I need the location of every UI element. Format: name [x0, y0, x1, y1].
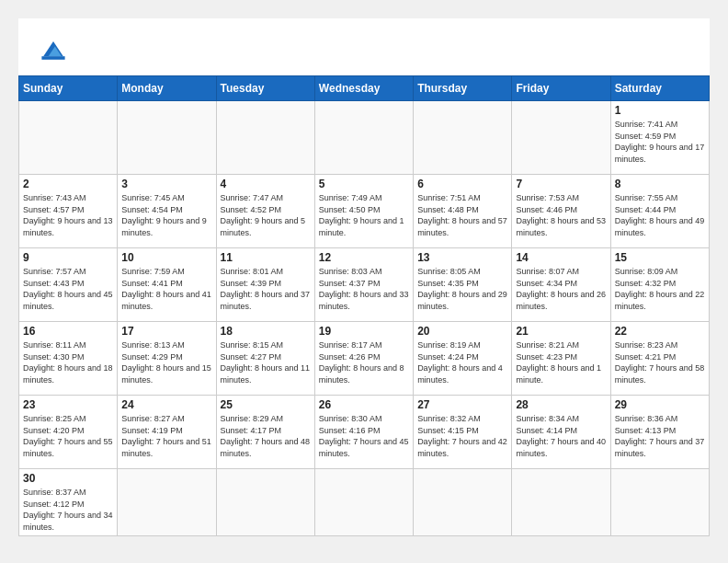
calendar-cell: 16Sunrise: 8:11 AM Sunset: 4:30 PM Dayli…: [19, 322, 118, 396]
day-info: Sunrise: 7:51 AM Sunset: 4:48 PM Dayligh…: [417, 192, 507, 238]
weekday-header-row: SundayMondayTuesdayWednesdayThursdayFrid…: [19, 76, 710, 101]
calendar-week-row: 30Sunrise: 8:37 AM Sunset: 4:12 PM Dayli…: [19, 469, 710, 536]
day-number: 21: [516, 325, 606, 338]
calendar-cell: 17Sunrise: 8:13 AM Sunset: 4:29 PM Dayli…: [118, 322, 216, 396]
day-info: Sunrise: 8:29 AM Sunset: 4:17 PM Dayligh…: [221, 413, 311, 459]
calendar-week-row: 1Sunrise: 7:41 AM Sunset: 4:59 PM Daylig…: [19, 101, 710, 175]
weekday-header-sunday: Sunday: [19, 76, 118, 101]
day-info: Sunrise: 8:03 AM Sunset: 4:37 PM Dayligh…: [319, 266, 409, 312]
svg-rect-2: [41, 56, 64, 60]
day-info: Sunrise: 8:15 AM Sunset: 4:27 PM Dayligh…: [221, 339, 311, 385]
day-info: Sunrise: 7:47 AM Sunset: 4:52 PM Dayligh…: [221, 192, 311, 238]
day-number: 19: [319, 325, 409, 338]
day-number: 18: [221, 325, 311, 338]
calendar-cell: 2Sunrise: 7:43 AM Sunset: 4:57 PM Daylig…: [19, 175, 118, 248]
calendar-cell: 7Sunrise: 7:53 AM Sunset: 4:46 PM Daylig…: [512, 175, 610, 248]
day-info: Sunrise: 8:01 AM Sunset: 4:39 PM Dayligh…: [221, 266, 311, 312]
calendar-cell: 10Sunrise: 7:59 AM Sunset: 4:41 PM Dayli…: [118, 248, 216, 322]
calendar-cell: 11Sunrise: 8:01 AM Sunset: 4:39 PM Dayli…: [216, 248, 314, 322]
day-info: Sunrise: 8:32 AM Sunset: 4:15 PM Dayligh…: [417, 413, 507, 459]
calendar-cell: [512, 469, 610, 536]
day-number: 14: [516, 251, 606, 264]
page: SundayMondayTuesdayWednesdayThursdayFrid…: [18, 18, 710, 536]
day-number: 29: [615, 398, 705, 411]
calendar-cell: [314, 101, 413, 175]
day-number: 28: [516, 398, 606, 411]
weekday-header-tuesday: Tuesday: [216, 76, 314, 101]
calendar-week-row: 9Sunrise: 7:57 AM Sunset: 4:43 PM Daylig…: [19, 248, 710, 322]
calendar-cell: 27Sunrise: 8:32 AM Sunset: 4:15 PM Dayli…: [414, 396, 512, 469]
day-number: 26: [319, 398, 409, 411]
calendar-week-row: 23Sunrise: 8:25 AM Sunset: 4:20 PM Dayli…: [19, 396, 710, 469]
day-info: Sunrise: 8:37 AM Sunset: 4:12 PM Dayligh…: [23, 487, 113, 533]
day-number: 2: [23, 178, 113, 190]
calendar-cell: 4Sunrise: 7:47 AM Sunset: 4:52 PM Daylig…: [216, 175, 314, 248]
day-number: 12: [319, 251, 409, 264]
calendar-cell: [216, 469, 314, 536]
day-info: Sunrise: 8:25 AM Sunset: 4:20 PM Dayligh…: [23, 413, 113, 459]
weekday-header-thursday: Thursday: [414, 76, 512, 101]
weekday-header-friday: Friday: [512, 76, 610, 101]
day-number: 17: [121, 325, 211, 338]
calendar-cell: 8Sunrise: 7:55 AM Sunset: 4:44 PM Daylig…: [610, 175, 709, 248]
calendar-cell: [512, 101, 610, 175]
calendar-cell: 22Sunrise: 8:23 AM Sunset: 4:21 PM Dayli…: [610, 322, 709, 396]
day-number: 9: [23, 251, 113, 264]
day-number: 22: [615, 325, 705, 338]
day-number: 16: [23, 325, 113, 338]
day-info: Sunrise: 8:21 AM Sunset: 4:23 PM Dayligh…: [516, 339, 606, 385]
day-number: 23: [23, 398, 113, 411]
calendar-cell: 26Sunrise: 8:30 AM Sunset: 4:16 PM Dayli…: [314, 396, 413, 469]
calendar-cell: 6Sunrise: 7:51 AM Sunset: 4:48 PM Daylig…: [414, 175, 512, 248]
calendar-table: SundayMondayTuesdayWednesdayThursdayFrid…: [18, 75, 710, 536]
calendar-cell: [414, 469, 512, 536]
calendar-cell: 1Sunrise: 7:41 AM Sunset: 4:59 PM Daylig…: [610, 101, 709, 175]
calendar-cell: [610, 469, 709, 536]
calendar-cell: 20Sunrise: 8:19 AM Sunset: 4:24 PM Dayli…: [414, 322, 512, 396]
day-number: 30: [23, 472, 113, 485]
calendar-cell: 21Sunrise: 8:21 AM Sunset: 4:23 PM Dayli…: [512, 322, 610, 396]
day-number: 10: [121, 251, 211, 264]
calendar-cell: [414, 101, 512, 175]
day-info: Sunrise: 8:07 AM Sunset: 4:34 PM Dayligh…: [516, 266, 606, 312]
day-info: Sunrise: 7:49 AM Sunset: 4:50 PM Dayligh…: [319, 192, 409, 238]
day-number: 27: [417, 398, 507, 411]
day-number: 7: [516, 178, 606, 190]
day-info: Sunrise: 7:43 AM Sunset: 4:57 PM Dayligh…: [23, 192, 113, 238]
day-info: Sunrise: 8:36 AM Sunset: 4:13 PM Dayligh…: [615, 413, 705, 459]
weekday-header-saturday: Saturday: [610, 76, 709, 101]
calendar-cell: 5Sunrise: 7:49 AM Sunset: 4:50 PM Daylig…: [314, 175, 413, 248]
calendar-cell: 19Sunrise: 8:17 AM Sunset: 4:26 PM Dayli…: [314, 322, 413, 396]
day-info: Sunrise: 7:41 AM Sunset: 4:59 PM Dayligh…: [615, 119, 705, 165]
calendar-cell: 18Sunrise: 8:15 AM Sunset: 4:27 PM Dayli…: [216, 322, 314, 396]
day-number: 4: [221, 178, 311, 190]
calendar-week-row: 2Sunrise: 7:43 AM Sunset: 4:57 PM Daylig…: [19, 175, 710, 248]
day-info: Sunrise: 8:34 AM Sunset: 4:14 PM Dayligh…: [516, 413, 606, 459]
weekday-header-wednesday: Wednesday: [314, 76, 413, 101]
calendar-week-row: 16Sunrise: 8:11 AM Sunset: 4:30 PM Dayli…: [19, 322, 710, 396]
day-number: 11: [221, 251, 311, 264]
calendar-cell: 23Sunrise: 8:25 AM Sunset: 4:20 PM Dayli…: [19, 396, 118, 469]
day-info: Sunrise: 7:55 AM Sunset: 4:44 PM Dayligh…: [615, 192, 705, 238]
day-info: Sunrise: 7:53 AM Sunset: 4:46 PM Dayligh…: [516, 192, 606, 238]
calendar-cell: 30Sunrise: 8:37 AM Sunset: 4:12 PM Dayli…: [19, 469, 118, 536]
calendar-cell: 29Sunrise: 8:36 AM Sunset: 4:13 PM Dayli…: [610, 396, 709, 469]
calendar-cell: [216, 101, 314, 175]
calendar-cell: 28Sunrise: 8:34 AM Sunset: 4:14 PM Dayli…: [512, 396, 610, 469]
day-number: 5: [319, 178, 409, 190]
day-info: Sunrise: 8:13 AM Sunset: 4:29 PM Dayligh…: [121, 339, 211, 385]
day-info: Sunrise: 7:45 AM Sunset: 4:54 PM Dayligh…: [121, 192, 211, 238]
day-number: 8: [615, 178, 705, 190]
day-info: Sunrise: 8:11 AM Sunset: 4:30 PM Dayligh…: [23, 339, 113, 385]
logo-icon: [37, 33, 70, 66]
calendar-cell: 12Sunrise: 8:03 AM Sunset: 4:37 PM Dayli…: [314, 248, 413, 322]
day-info: Sunrise: 8:09 AM Sunset: 4:32 PM Dayligh…: [615, 266, 705, 312]
calendar-cell: [118, 469, 216, 536]
calendar-cell: 15Sunrise: 8:09 AM Sunset: 4:32 PM Dayli…: [610, 248, 709, 322]
day-number: 15: [615, 251, 705, 264]
header: [18, 18, 710, 75]
calendar-cell: [118, 101, 216, 175]
day-info: Sunrise: 8:05 AM Sunset: 4:35 PM Dayligh…: [417, 266, 507, 312]
day-info: Sunrise: 8:19 AM Sunset: 4:24 PM Dayligh…: [417, 339, 507, 385]
day-info: Sunrise: 8:27 AM Sunset: 4:19 PM Dayligh…: [121, 413, 211, 459]
